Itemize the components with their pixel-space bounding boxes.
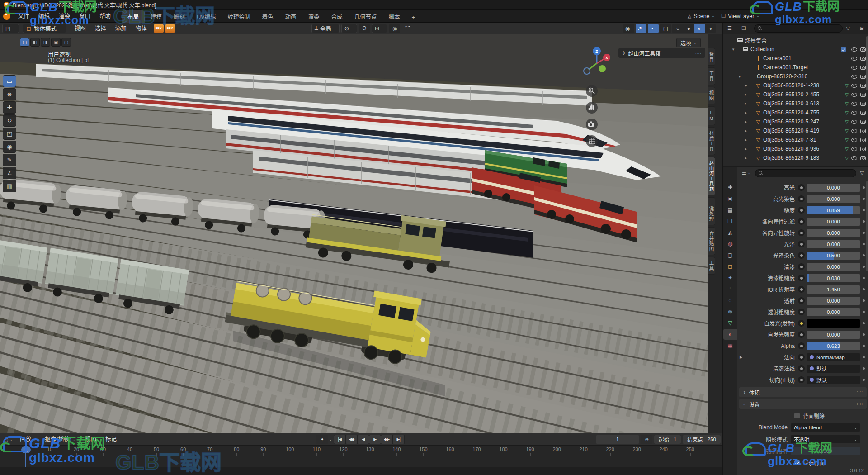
workspace-tab[interactable]: 动画 (279, 10, 302, 23)
property-slider[interactable]: 0.000 (807, 263, 860, 271)
shadow-mode-dropdown[interactable]: 不透明⌄ (791, 435, 860, 443)
viewport-menu-item[interactable]: 选择 (90, 24, 111, 33)
material-property-row[interactable]: ▶ 清漆法线 默认 默认 (737, 363, 867, 374)
menu-item[interactable]: 窗口 (75, 11, 95, 21)
frame-tick[interactable]: 230 (630, 446, 644, 452)
playback-button[interactable]: ◀◆ (346, 435, 357, 444)
timeline-menu-item[interactable]: 标记 (101, 434, 121, 444)
frame-tick[interactable]: 200 (550, 446, 564, 452)
frame-tick[interactable]: 140 (390, 446, 403, 452)
hide-viewport-icon[interactable] (851, 156, 857, 160)
material-property-row[interactable]: ▶ 透射粗糙度 0.000 0.000 (737, 306, 867, 318)
npanel-tab[interactable]: 合并贴图 (708, 227, 715, 255)
animate-decorator[interactable] (860, 356, 867, 358)
zoom-icon[interactable] (586, 85, 598, 97)
tool-button[interactable]: ✎ (3, 154, 16, 166)
fbx-addon-icon[interactable]: FBX (154, 24, 164, 33)
frame-tick[interactable]: 170 (470, 446, 484, 452)
object-name[interactable]: Obj3d66-865120-6-419 (763, 128, 819, 134)
hide-viewport-icon[interactable] (851, 138, 857, 142)
outliner-row[interactable]: ► ▽ Obj3d66-865120-1-238 ▽ (723, 81, 868, 90)
frame-tick[interactable]: 60 (176, 446, 190, 452)
disable-render-icon[interactable] (860, 111, 866, 115)
properties-tab[interactable]: ▣ (723, 193, 737, 204)
property-slider[interactable]: 0.623 (807, 342, 860, 350)
expand-arrow-icon[interactable]: ▶ (737, 355, 745, 359)
menu-item[interactable]: 渲染 (54, 11, 75, 21)
object-name[interactable]: Obj3d66-865120-2-455 (763, 91, 819, 98)
decorator-toggle[interactable] (798, 331, 805, 338)
expand-toggle-icon[interactable]: ► (743, 138, 749, 142)
disable-render-icon[interactable] (860, 156, 866, 160)
viewport-toggle[interactable]: ↗⌄ (636, 24, 646, 33)
property-enum-field[interactable]: Normal/Map (807, 353, 860, 361)
animate-decorator[interactable] (860, 379, 867, 381)
viewport-3d[interactable]: ▢◧◨▣▢ 选项⌄ 用户透视 (1) Collection | bl ❯ 赵山河… (0, 34, 708, 433)
material-property-row[interactable]: ▶ 高光染色 0.000 0.000 (737, 193, 867, 204)
properties-tab[interactable]: ✦ (723, 272, 737, 283)
properties-scrollbar[interactable] (866, 181, 868, 271)
property-enum-field[interactable]: 默认 (807, 376, 860, 384)
perspective-grid-icon[interactable] (586, 135, 598, 147)
expand-toggle-icon[interactable]: ► (743, 156, 749, 160)
expand-toggle-icon[interactable]: ► (743, 111, 749, 115)
hide-viewport-icon[interactable] (851, 111, 857, 115)
decorator-toggle[interactable] (798, 241, 805, 247)
mode-dropdown[interactable]: ◻物体模式⌄ (23, 24, 66, 33)
frame-tick[interactable]: 210 (577, 446, 590, 452)
frame-tick[interactable]: 20 (70, 446, 83, 452)
object-name[interactable]: Obj3d66-865120-3-613 (763, 100, 819, 107)
property-slider[interactable]: 0.000 (807, 308, 860, 316)
material-property-row[interactable]: ▶ 高光 0.000 0.000 (737, 182, 867, 193)
decorator-toggle[interactable] (798, 376, 805, 383)
hide-viewport-icon[interactable] (851, 66, 857, 70)
npanel-tab[interactable]: 视图 (708, 87, 715, 104)
viewport-menu-item[interactable]: 视图 (70, 24, 90, 33)
npanel-tab[interactable]: 工具 (708, 257, 715, 275)
property-slider[interactable]: 0.000 (807, 195, 860, 203)
timeline-menu-item[interactable]: 抠像(插帧) ⌄ (41, 434, 81, 444)
outliner-filter-button[interactable]: ▽⌄ (844, 24, 856, 33)
outliner-display-mode-button[interactable]: ❏⌄ (740, 24, 753, 33)
outliner-row[interactable]: ► ▽ Obj3d66-865120-9-183 ▽ (723, 153, 868, 162)
outliner-editor-type-button[interactable]: ☰⌄ (726, 24, 738, 33)
workspace-tab[interactable]: + (406, 13, 421, 23)
timeline-ruler[interactable]: 1020304050607080901001101201301401501601… (0, 445, 722, 467)
frame-tick[interactable]: 130 (363, 446, 377, 452)
properties-filter-button[interactable]: ▽ (859, 169, 866, 177)
frame-tick[interactable]: 160 (443, 446, 457, 452)
pan-hand-icon[interactable] (586, 102, 598, 114)
shading-mode-button[interactable]: ◐ (694, 24, 705, 33)
frame-tick[interactable]: 30 (96, 446, 110, 452)
scene-selector[interactable]: ◭Scene⌄ (688, 13, 715, 19)
fbx-addon-icon[interactable]: FBX (165, 24, 175, 33)
decorator-toggle[interactable] (798, 218, 805, 225)
shading-mode-button[interactable]: ● (683, 24, 694, 33)
outliner-search-input[interactable] (754, 24, 842, 33)
properties-tab[interactable]: ▤ (723, 204, 737, 215)
animate-decorator[interactable] (860, 198, 867, 200)
tool-button[interactable]: ◳ (3, 128, 16, 140)
properties-tab[interactable]: ▦ (723, 340, 737, 351)
outliner-row[interactable]: ▽ 场景集合 ▽ (723, 36, 868, 45)
npanel-tab[interactable]: 赵山河工具箱 (708, 157, 715, 195)
decorator-toggle[interactable] (798, 184, 805, 191)
properties-tab[interactable]: ❏ (723, 216, 737, 227)
properties-search-input[interactable] (755, 169, 856, 177)
viewport-toggle[interactable]: ◉⌄ (623, 24, 634, 33)
object-name[interactable]: Collection (750, 46, 774, 52)
outliner-row[interactable]: ► ▽ Obj3d66-865120-7-81 ▽ (723, 135, 868, 144)
npanel-collapsed-header[interactable]: ❯ 赵山河工具箱 ∷∷ (618, 48, 705, 58)
animate-decorator[interactable] (860, 266, 867, 268)
falloff-dropdown[interactable]: ⌒⌄ (402, 24, 418, 33)
menu-item[interactable]: 编辑 (34, 11, 54, 21)
shading-mode-button[interactable]: ◑ (705, 24, 716, 33)
material-property-row[interactable]: ▶ Alpha 0.623 0.623 (737, 340, 867, 352)
frame-tick[interactable]: 90 (256, 446, 270, 452)
decorator-toggle[interactable] (798, 275, 805, 281)
object-name[interactable]: 场景集合 (745, 37, 767, 44)
material-property-row[interactable]: ▶ 自发光强度 0.000 0.000 (737, 329, 867, 340)
playback-button[interactable]: ◆▶ (381, 435, 392, 444)
animate-decorator[interactable] (860, 333, 867, 336)
material-property-row[interactable]: ▶ 糙度 0.859 0.859 (737, 204, 867, 216)
